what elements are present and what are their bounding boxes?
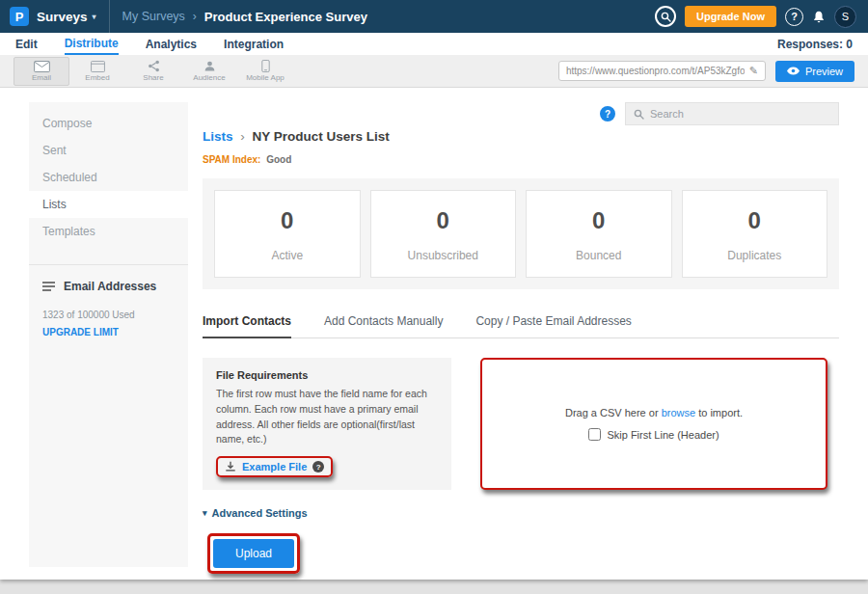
dropzone-text-after: to import. — [698, 407, 743, 418]
tab-integration[interactable]: Integration — [224, 33, 284, 55]
stat-card-bounced: 0 Bounced — [526, 190, 672, 278]
channel-label: Embed — [85, 73, 109, 82]
tab-import-contacts[interactable]: Import Contacts — [203, 314, 291, 338]
channel-email[interactable]: Email — [14, 57, 69, 86]
stat-card-active: 0 Active — [214, 190, 361, 278]
question-mark-icon: ? — [791, 11, 798, 22]
questionpro-logo[interactable]: P — [10, 7, 29, 26]
skip-first-line-row: Skip First Line (Header) — [492, 428, 816, 441]
skip-first-line-checkbox[interactable] — [588, 428, 601, 441]
spam-index-row: SPAM Index: Good — [203, 154, 839, 165]
sidebar-item-lists[interactable]: Lists — [29, 191, 188, 218]
stat-label: Unsubscribed — [371, 249, 516, 262]
stat-label: Bounced — [527, 249, 671, 262]
sidebar-item-templates[interactable]: Templates — [29, 218, 188, 245]
eye-icon — [787, 67, 800, 75]
upload-annotation: Upload — [207, 533, 300, 574]
survey-title: Product Experience Survey — [204, 10, 367, 24]
list-icon — [42, 282, 55, 291]
spam-index-label: SPAM Index: — [203, 154, 260, 165]
topbar-right: Upgrade Now ? S — [655, 6, 856, 28]
app-window: P Surveys ▾ My Surveys › Product Experie… — [0, 0, 868, 580]
tab-copy-paste-email-addresses[interactable]: Copy / Paste Email Addresses — [475, 314, 631, 338]
content-area: Compose Sent Scheduled Lists Templates E… — [0, 88, 868, 580]
email-sidebar: Compose Sent Scheduled Lists Templates E… — [29, 102, 188, 567]
contacts-tabs: Import Contacts Add Contacts Manually Co… — [203, 314, 839, 338]
distribute-toolbar: Email Embed Share Audience Mobile App ht… — [0, 55, 868, 88]
stat-value: 0 — [371, 207, 516, 234]
survey-url: https://www.questionpro.com/t/AP53kZgfo — [566, 66, 745, 76]
channel-embed[interactable]: Embed — [69, 57, 125, 86]
help-icon[interactable]: ? — [600, 106, 615, 122]
survey-url-field[interactable]: https://www.questionpro.com/t/AP53kZgfo … — [558, 61, 766, 81]
breadcrumb-separator: › — [240, 129, 245, 144]
notifications-button[interactable] — [812, 10, 826, 24]
tab-add-contacts-manually[interactable]: Add Contacts Manually — [324, 314, 443, 338]
help-button[interactable]: ? — [785, 8, 803, 26]
preview-button[interactable]: Preview — [775, 61, 854, 82]
channel-share[interactable]: Share — [125, 57, 181, 86]
sidebar-item-scheduled[interactable]: Scheduled — [29, 164, 188, 191]
top-navigation-bar: P Surveys ▾ My Surveys › Product Experie… — [0, 0, 868, 33]
tab-distribute[interactable]: Distribute — [65, 33, 119, 55]
dropzone-instruction: Drag a CSV here or browse to import. — [492, 407, 816, 418]
stat-value: 0 — [215, 207, 360, 234]
help-icon[interactable]: ? — [312, 461, 324, 472]
upload-button[interactable]: Upload — [213, 539, 294, 568]
breadcrumb-lists[interactable]: Lists — [203, 129, 233, 144]
chevron-down-icon: ▾ — [203, 508, 207, 518]
email-addresses-section: Email Addresses 1323 of 100000 Used UPGR… — [29, 264, 188, 354]
channel-label: Mobile App — [246, 73, 285, 82]
search-icon — [661, 12, 671, 22]
channel-audience[interactable]: Audience — [181, 57, 237, 86]
download-icon — [225, 461, 236, 472]
stat-value: 0 — [527, 207, 671, 234]
sidebar-item-sent[interactable]: Sent — [29, 137, 188, 164]
tab-edit[interactable]: Edit — [15, 33, 38, 55]
breadcrumb-separator: › — [193, 10, 197, 23]
edit-pencil-icon[interactable]: ✎ — [749, 65, 758, 77]
chevron-down-icon: ▾ — [93, 13, 96, 21]
avatar[interactable]: S — [834, 6, 856, 28]
responses-count: Responses: 0 — [777, 33, 853, 55]
advanced-settings-toggle[interactable]: ▾ Advanced Settings — [203, 507, 839, 519]
stat-label: Active — [215, 249, 360, 262]
breadcrumb: Lists › NY Product Users List — [203, 129, 839, 144]
channel-label: Email — [32, 73, 51, 82]
breadcrumb-my-surveys[interactable]: My Surveys — [122, 10, 185, 23]
audience-icon — [203, 60, 216, 72]
advanced-settings-label: Advanced Settings — [212, 507, 308, 519]
channel-mobile-app[interactable]: Mobile App — [237, 57, 293, 86]
tab-analytics[interactable]: Analytics — [146, 33, 197, 55]
product-name: Surveys — [37, 10, 88, 24]
search-icon — [634, 109, 644, 120]
email-icon — [34, 61, 50, 72]
search-box[interactable] — [625, 102, 839, 125]
dropzone-text-before: Drag a CSV here or — [565, 407, 659, 418]
share-icon — [148, 60, 160, 72]
email-addresses-header: Email Addresses — [42, 280, 175, 293]
browse-link[interactable]: browse — [662, 407, 695, 418]
list-stats: 0 Active 0 Unsubscribed 0 Bounced 0 Dupl… — [203, 178, 839, 289]
stat-value: 0 — [683, 207, 827, 234]
file-requirements-title: File Requirements — [216, 369, 438, 381]
email-addresses-label: Email Addresses — [64, 280, 156, 293]
embed-icon — [91, 61, 105, 72]
channel-label: Audience — [193, 73, 225, 82]
csv-dropzone[interactable]: Drag a CSV here or browse to import. Ski… — [480, 358, 827, 490]
search-input[interactable] — [650, 108, 830, 120]
sidebar-item-compose[interactable]: Compose — [29, 110, 188, 137]
example-file-link[interactable]: Example File — [242, 461, 307, 472]
spam-index-value: Good — [266, 154, 291, 165]
channel-label: Share — [143, 73, 163, 82]
list-name: NY Product Users List — [253, 129, 390, 144]
upgrade-now-button[interactable]: Upgrade Now — [685, 6, 776, 27]
upgrade-limit-link[interactable]: UPGRADE LIMIT — [42, 327, 119, 338]
stat-card-unsubscribed: 0 Unsubscribed — [370, 190, 517, 278]
product-switcher[interactable]: Surveys ▾ — [37, 10, 96, 24]
divider — [109, 0, 110, 33]
list-detail-panel: ? Lists › NY Product Users List SPAM Ind… — [188, 102, 839, 580]
file-requirements-body: The first row must have the field name f… — [216, 387, 438, 447]
global-search-button[interactable] — [655, 6, 676, 27]
stat-card-duplicates: 0 Duplicates — [682, 190, 828, 278]
